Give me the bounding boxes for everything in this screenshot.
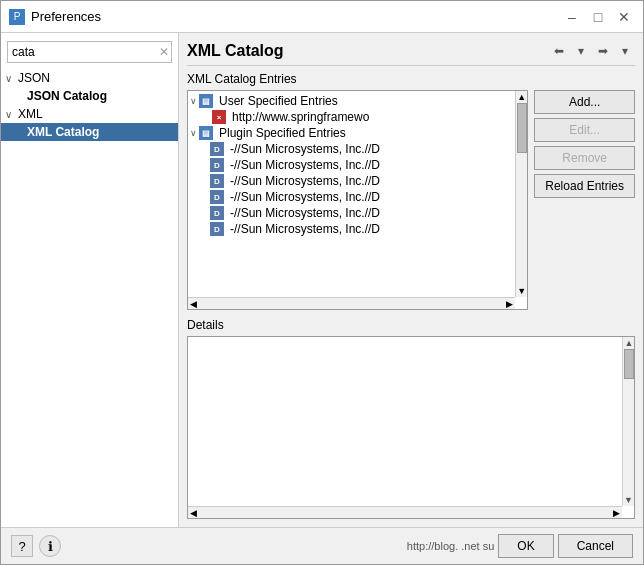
search-box: ✕ xyxy=(7,41,172,63)
user-url-xml-icon: × xyxy=(212,110,226,124)
sidebar-item-xml-label: XML xyxy=(18,107,43,121)
nav-back-button[interactable]: ⬅ xyxy=(549,41,569,61)
hscroll-left-arrow[interactable]: ◀ xyxy=(188,299,199,309)
title-bar: P Preferences – □ ✕ xyxy=(1,1,643,33)
sidebar-item-xml-catalog-label: XML Catalog xyxy=(27,125,99,139)
sidebar-item-json-catalog-label: JSON Catalog xyxy=(27,89,107,103)
sidebar: ✕ ∨ JSON JSON Catalog ∨ XML XML Catalog xyxy=(1,33,179,527)
entry-5-doc-icon: D xyxy=(210,206,224,220)
entries-section-label: XML Catalog Entries xyxy=(187,72,635,86)
panel-title-text: XML Catalog xyxy=(187,42,284,60)
entry-2-label: -//Sun Microsystems, Inc.//D xyxy=(230,158,380,172)
details-hscroll-left-arrow[interactable]: ◀ xyxy=(188,508,199,518)
catalog-item-user-url[interactable]: × http://www.springframewo xyxy=(188,109,527,125)
catalog-tree-vscrollbar[interactable]: ▲ ▼ xyxy=(515,91,527,297)
minimize-button[interactable]: – xyxy=(561,6,583,28)
vscroll-up-arrow[interactable]: ▲ xyxy=(516,91,527,103)
entry-4-label: -//Sun Microsystems, Inc.//D xyxy=(230,190,380,204)
entry-6-doc-icon: D xyxy=(210,222,224,236)
info-button[interactable]: ℹ xyxy=(39,535,61,557)
catalog-item-plugin-entries[interactable]: ∨ ▤ Plugin Specified Entries xyxy=(188,125,527,141)
sidebar-item-json-catalog[interactable]: JSON Catalog xyxy=(1,87,178,105)
user-entries-folder-icon: ▤ xyxy=(199,94,213,108)
details-section: Details ▲ ▼ ◀ ▶ xyxy=(187,318,635,519)
sidebar-item-json[interactable]: ∨ JSON xyxy=(1,69,178,87)
sidebar-item-xml-catalog[interactable]: XML Catalog xyxy=(1,123,178,141)
vscroll-thumb[interactable] xyxy=(517,103,527,153)
json-arrow: ∨ xyxy=(5,73,12,84)
bottom-left-icons: ? ℹ xyxy=(11,535,61,557)
catalog-tree: ∨ ▤ User Specified Entries × http://www.… xyxy=(188,91,527,239)
catalog-area: ∨ ▤ User Specified Entries × http://www.… xyxy=(187,90,635,310)
plugin-entries-label: Plugin Specified Entries xyxy=(219,126,346,140)
entry-2-doc-icon: D xyxy=(210,158,224,172)
catalog-button-group: Add... Edit... Remove Reload Entries xyxy=(534,90,635,310)
status-text: http://blog. .net su xyxy=(407,540,494,552)
catalog-tree-container[interactable]: ∨ ▤ User Specified Entries × http://www.… xyxy=(187,90,528,310)
details-hscrollbar[interactable]: ◀ ▶ xyxy=(188,506,622,518)
search-clear-icon[interactable]: ✕ xyxy=(159,45,169,59)
panel-nav-icons: ⬅ ▾ ➡ ▾ xyxy=(549,41,635,61)
entry-3-doc-icon: D xyxy=(210,174,224,188)
details-vscroll-down[interactable]: ▼ xyxy=(623,494,634,506)
main-panel: XML Catalog ⬅ ▾ ➡ ▾ XML Catalog Entries … xyxy=(179,33,643,527)
cancel-button[interactable]: Cancel xyxy=(558,534,633,558)
plugin-entries-folder-icon: ▤ xyxy=(199,126,213,140)
user-entries-label: User Specified Entries xyxy=(219,94,338,108)
help-button[interactable]: ? xyxy=(11,535,33,557)
entry-6-label: -//Sun Microsystems, Inc.//D xyxy=(230,222,380,236)
details-vscrollbar[interactable]: ▲ ▼ xyxy=(622,337,634,506)
window-title: Preferences xyxy=(31,9,561,24)
bottom-right-area: http://blog. .net su OK Cancel xyxy=(69,534,633,558)
bottom-bar: ? ℹ http://blog. .net su OK Cancel xyxy=(1,527,643,564)
entry-3-label: -//Sun Microsystems, Inc.//D xyxy=(230,174,380,188)
details-label: Details xyxy=(187,318,635,332)
details-vscroll-thumb[interactable] xyxy=(624,349,634,379)
entry-4-doc-icon: D xyxy=(210,190,224,204)
close-button[interactable]: ✕ xyxy=(613,6,635,28)
catalog-item-entry-4[interactable]: D -//Sun Microsystems, Inc.//D xyxy=(188,189,527,205)
content-area: ✕ ∨ JSON JSON Catalog ∨ XML XML Catalog xyxy=(1,33,643,527)
window-icon: P xyxy=(9,9,25,25)
catalog-item-entry-5[interactable]: D -//Sun Microsystems, Inc.//D xyxy=(188,205,527,221)
nav-forward-dropdown-button[interactable]: ▾ xyxy=(615,41,635,61)
details-hscroll-right-arrow[interactable]: ▶ xyxy=(611,508,622,518)
catalog-item-user-entries[interactable]: ∨ ▤ User Specified Entries xyxy=(188,93,527,109)
nav-back-dropdown-button[interactable]: ▾ xyxy=(571,41,591,61)
search-input[interactable] xyxy=(7,41,172,63)
catalog-item-entry-2[interactable]: D -//Sun Microsystems, Inc.//D xyxy=(188,157,527,173)
panel-title-bar: XML Catalog ⬅ ▾ ➡ ▾ xyxy=(187,41,635,66)
remove-button[interactable]: Remove xyxy=(534,146,635,170)
entry-5-label: -//Sun Microsystems, Inc.//D xyxy=(230,206,380,220)
entry-1-doc-icon: D xyxy=(210,142,224,156)
plugin-entries-arrow: ∨ xyxy=(190,128,197,138)
entry-1-label: -//Sun Microsystems, Inc.//D xyxy=(230,142,380,156)
hscroll-right-arrow[interactable]: ▶ xyxy=(504,299,515,309)
sidebar-item-json-label: JSON xyxy=(18,71,50,85)
catalog-item-entry-3[interactable]: D -//Sun Microsystems, Inc.//D xyxy=(188,173,527,189)
title-bar-controls: – □ ✕ xyxy=(561,6,635,28)
catalog-item-entry-6[interactable]: D -//Sun Microsystems, Inc.//D xyxy=(188,221,527,237)
catalog-item-entry-1[interactable]: D -//Sun Microsystems, Inc.//D xyxy=(188,141,527,157)
details-box[interactable]: ▲ ▼ ◀ ▶ xyxy=(187,336,635,519)
catalog-tree-hscrollbar[interactable]: ◀ ▶ xyxy=(188,297,515,309)
preferences-window: P Preferences – □ ✕ ✕ ∨ JSON JSON Catalo… xyxy=(0,0,644,565)
xml-arrow: ∨ xyxy=(5,109,12,120)
ok-button[interactable]: OK xyxy=(498,534,553,558)
reload-entries-button[interactable]: Reload Entries xyxy=(534,174,635,198)
sidebar-item-xml[interactable]: ∨ XML xyxy=(1,105,178,123)
nav-forward-button[interactable]: ➡ xyxy=(593,41,613,61)
edit-button[interactable]: Edit... xyxy=(534,118,635,142)
add-button[interactable]: Add... xyxy=(534,90,635,114)
maximize-button[interactable]: □ xyxy=(587,6,609,28)
user-entries-arrow: ∨ xyxy=(190,96,197,106)
vscroll-down-arrow[interactable]: ▼ xyxy=(516,285,527,297)
user-url-label: http://www.springframewo xyxy=(232,110,369,124)
details-vscroll-up[interactable]: ▲ xyxy=(623,337,635,349)
